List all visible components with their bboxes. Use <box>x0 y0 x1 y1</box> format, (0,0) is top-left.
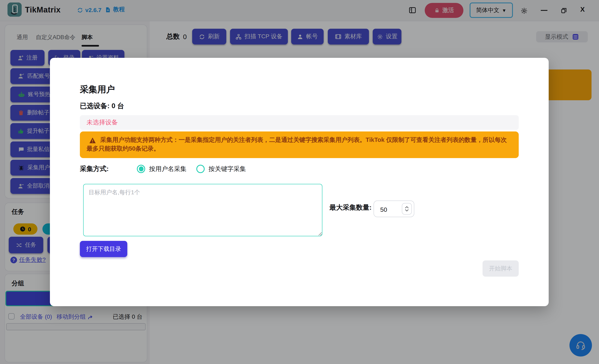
dialog-title: 采集用户 <box>80 84 115 95</box>
radio-by-username-label[interactable]: 按用户名采集 <box>149 165 186 173</box>
radio-by-keyword-label[interactable]: 按关键字采集 <box>209 165 246 173</box>
collect-method-row: 采集方式: 按用户名采集 按关键字采集 <box>80 163 256 174</box>
warning-icon <box>89 137 96 143</box>
method-label: 采集方式: <box>80 165 109 173</box>
collect-tip-banner: 采集用户功能支持两种方式：一是采集指定用户的关注者列表，二是通过关键字搜索采集用… <box>80 132 519 158</box>
selected-devices-label: 已选设备: 0 台 <box>80 101 124 111</box>
open-download-dir-button[interactable]: 打开下载目录 <box>80 241 127 257</box>
max-count-label: 最大采集数量: <box>329 204 372 212</box>
collect-tip-text: 采集用户功能支持两种方式：一是采集指定用户的关注者列表，二是通过关键字搜索采集用… <box>87 136 507 152</box>
max-count-input-wrap <box>374 201 414 217</box>
radio-by-keyword[interactable] <box>196 165 205 173</box>
no-device-text: 未选择设备 <box>87 119 118 126</box>
tikmatrix-window: TikMatrix v2.6.7 教程 激活 简体中文 ▼ X 通用 <box>0 0 599 364</box>
no-device-strip: 未选择设备 <box>80 115 519 130</box>
target-usernames-input[interactable] <box>83 184 322 236</box>
radio-by-username[interactable] <box>137 165 145 173</box>
collect-users-dialog: 采集用户 已选设备: 0 台 未选择设备 采集用户功能支持两种方式：一是采集指定… <box>50 58 549 306</box>
number-stepper[interactable] <box>402 203 412 215</box>
start-script-button[interactable]: 开始脚本 <box>483 260 519 277</box>
